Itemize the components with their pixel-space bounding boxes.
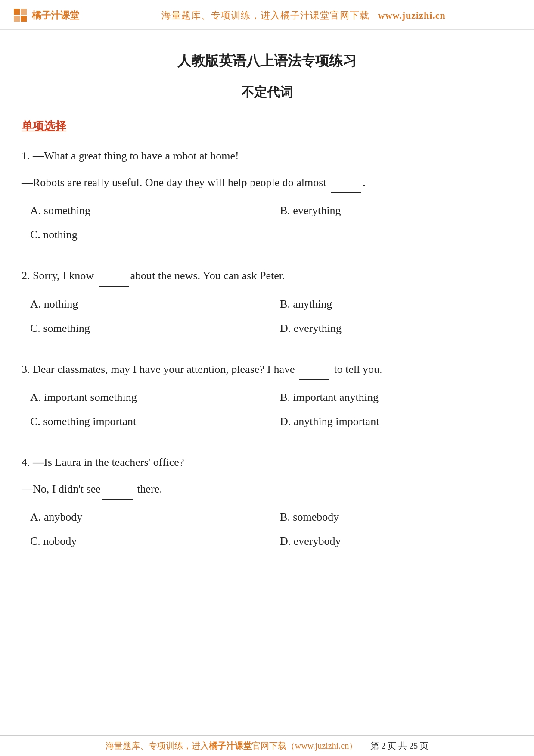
blank [331,173,361,193]
page-footer: 海量题库、专项训练，进入橘子汁课堂官网下载（www.juzizhi.cn） 第 … [0,735,534,756]
footer-page: 第 2 页 共 25 页 [370,740,428,752]
q4-option-2: C. nobody [30,531,263,551]
question-3: 3. Dear classmates, may I have your atte… [22,360,512,431]
page-header: 橘子汁课堂 海量题库、专项训练，进入橘子汁课堂官网下载 www.juzizhi.… [0,0,534,30]
site-url: www.juzizhi.cn [378,10,446,21]
footer-brand: 橘子汁课堂 [209,741,252,750]
q2-option-0: A. nothing [30,294,263,314]
logo-icon [13,8,28,23]
questions-container: 1. —What a great thing to have a robot a… [0,147,534,573]
question-4: 4. —Is Laura in the teachers' office?—No… [22,453,512,551]
blank [102,480,133,500]
slogan-text: 海量题库、专项训练，进入橘子汁课堂官网下载 [161,10,369,21]
question-2-line-0: 2. Sorry, I know about the news. You can… [22,266,512,286]
question-2: 2. Sorry, I know about the news. You can… [22,266,512,338]
question-1-line-1: —Robots are really useful. One day they … [22,173,512,193]
q3-option-0: A. important something [30,387,263,407]
q1-option-b: B. everything [280,201,512,221]
question-4-line-1: —No, I didn't see there. [22,480,512,500]
q4-option-0: A. anybody [30,507,263,527]
question-1-line-0: 1. —What a great thing to have a robot a… [22,147,512,166]
logo-text: 橘子汁课堂 [32,9,79,22]
footer-slogan: 海量题库、专项训练，进入橘子汁课堂官网下载（www.juzizhi.cn） [106,740,357,752]
svg-rect-1 [21,9,27,15]
question-1-options: A. somethingB. everythingC. nothing [30,201,512,245]
q3-option-3: D. anything important [280,412,512,431]
question-3-options: A. important somethingB. important anyth… [30,387,512,431]
question-4-line-0: 4. —Is Laura in the teachers' office? [22,453,512,472]
blank [99,266,129,286]
question-2-options: A. nothingB. anythingC. somethingD. ever… [30,294,512,338]
question-4-options: A. anybodyB. somebodyC. nobodyD. everybo… [30,507,512,551]
section-title: 单项选择 [22,119,534,134]
q3-option-1: B. important anything [280,387,512,407]
footer-slogan2: 官网下载（www.juzizhi.cn） [252,741,357,750]
question-3-line-0: 3. Dear classmates, may I have your atte… [22,360,512,380]
q2-option-1: B. anything [280,294,512,314]
q1-option-a: A. something [30,201,263,221]
q4-option-1: B. somebody [280,507,512,527]
main-title: 人教版英语八上语法专项练习 [0,52,534,71]
footer-slogan-text: 海量题库、专项训练，进入 [106,741,209,750]
svg-rect-3 [21,16,27,22]
q2-option-2: C. something [30,319,263,338]
logo-area: 橘子汁课堂 [13,8,90,23]
q4-option-3: D. everybody [280,531,512,551]
q2-option-3: D. everything [280,319,512,338]
svg-rect-0 [14,9,20,15]
svg-rect-2 [14,16,20,22]
q3-option-2: C. something important [30,412,263,431]
q1-option-c: C. nothing [30,225,263,245]
question-1: 1. —What a great thing to have a robot a… [22,147,512,245]
blank [299,360,329,380]
header-slogan: 海量题库、专项训练，进入橘子汁课堂官网下载 www.juzizhi.cn [90,9,517,22]
sub-title: 不定代词 [0,84,534,101]
